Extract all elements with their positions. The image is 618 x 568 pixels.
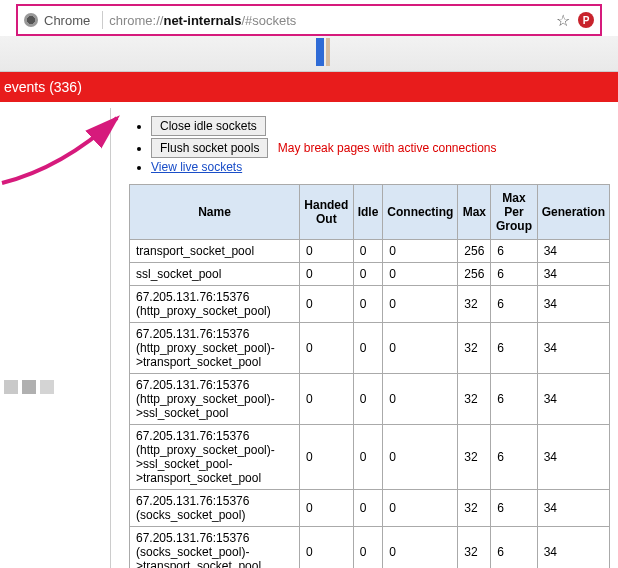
table-row: 67.205.131.76:15376 (http_proxy_socket_p… (130, 286, 610, 323)
value-cell: 32 (458, 527, 491, 569)
main-content: Close idle sockets Flush socket pools Ma… (110, 108, 610, 568)
value-cell: 0 (353, 490, 383, 527)
value-cell: 0 (300, 263, 354, 286)
close-idle-sockets-button[interactable]: Close idle sockets (151, 116, 266, 136)
value-cell: 32 (458, 323, 491, 374)
bookmark-star-icon[interactable]: ☆ (556, 11, 570, 30)
value-cell: 32 (458, 425, 491, 490)
action-list: Close idle sockets Flush socket pools Ma… (129, 116, 610, 174)
value-cell: 6 (491, 263, 537, 286)
name-cell: 67.205.131.76:15376 (http_proxy_socket_p… (130, 323, 300, 374)
flush-warning: May break pages with active connections (278, 141, 497, 155)
value-cell: 0 (353, 323, 383, 374)
value-cell: 32 (458, 286, 491, 323)
table-row: transport_socket_pool000256634 (130, 240, 610, 263)
column-header: Max (458, 185, 491, 240)
chrome-icon (24, 13, 38, 27)
toolbar-marker (326, 38, 330, 66)
events-tab[interactable]: events (336) (4, 79, 82, 95)
url-scheme: chrome:// (109, 13, 163, 28)
value-cell: 0 (300, 374, 354, 425)
socket-pools-table: NameHanded OutIdleConnectingMaxMax Per G… (129, 184, 610, 568)
value-cell: 0 (300, 490, 354, 527)
value-cell: 256 (458, 263, 491, 286)
value-cell: 0 (353, 527, 383, 569)
value-cell: 0 (353, 240, 383, 263)
name-cell: 67.205.131.76:15376 (socks_socket_pool) (130, 490, 300, 527)
name-cell: transport_socket_pool (130, 240, 300, 263)
value-cell: 0 (383, 374, 458, 425)
value-cell: 0 (300, 323, 354, 374)
table-row: ssl_socket_pool000256634 (130, 263, 610, 286)
value-cell: 0 (353, 374, 383, 425)
decorative-blocks (4, 380, 54, 394)
value-cell: 0 (353, 286, 383, 323)
name-cell: 67.205.131.76:15376 (http_proxy_socket_p… (130, 286, 300, 323)
value-cell: 6 (491, 374, 537, 425)
value-cell: 0 (353, 425, 383, 490)
value-cell: 6 (491, 425, 537, 490)
column-header: Name (130, 185, 300, 240)
table-row: 67.205.131.76:15376 (socks_socket_pool)0… (130, 490, 610, 527)
name-cell: 67.205.131.76:15376 (http_proxy_socket_p… (130, 374, 300, 425)
table-row: 67.205.131.76:15376 (http_proxy_socket_p… (130, 374, 610, 425)
value-cell: 6 (491, 240, 537, 263)
value-cell: 0 (383, 286, 458, 323)
value-cell: 0 (300, 240, 354, 263)
pinterest-icon[interactable]: P (578, 12, 594, 28)
value-cell: 0 (383, 263, 458, 286)
value-cell: 6 (491, 286, 537, 323)
value-cell: 0 (300, 286, 354, 323)
value-cell: 0 (383, 425, 458, 490)
list-item: View live sockets (151, 160, 610, 174)
value-cell: 32 (458, 490, 491, 527)
divider (102, 11, 103, 29)
value-cell: 34 (537, 240, 609, 263)
address-bar[interactable]: Chrome chrome://net-internals/#sockets ☆… (16, 4, 602, 36)
flush-socket-pools-button[interactable]: Flush socket pools (151, 138, 268, 158)
value-cell: 6 (491, 527, 537, 569)
list-item: Close idle sockets (151, 116, 610, 136)
value-cell: 0 (383, 527, 458, 569)
name-cell: 67.205.131.76:15376 (socks_socket_pool)-… (130, 527, 300, 569)
column-header: Max Per Group (491, 185, 537, 240)
value-cell: 0 (300, 527, 354, 569)
value-cell: 256 (458, 240, 491, 263)
value-cell: 0 (300, 425, 354, 490)
value-cell: 6 (491, 490, 537, 527)
column-header: Generation (537, 185, 609, 240)
value-cell: 34 (537, 490, 609, 527)
value-cell: 34 (537, 527, 609, 569)
value-cell: 0 (383, 490, 458, 527)
toolbar (0, 36, 618, 72)
site-label: Chrome (44, 13, 90, 28)
value-cell: 32 (458, 374, 491, 425)
table-row: 67.205.131.76:15376 (http_proxy_socket_p… (130, 425, 610, 490)
value-cell: 34 (537, 323, 609, 374)
column-header: Handed Out (300, 185, 354, 240)
url-path: /#sockets (241, 13, 296, 28)
value-cell: 34 (537, 263, 609, 286)
view-live-sockets-link[interactable]: View live sockets (151, 160, 242, 174)
url-host: net-internals (163, 13, 241, 28)
toolbar-marker (316, 38, 324, 66)
value-cell: 6 (491, 323, 537, 374)
value-cell: 0 (383, 240, 458, 263)
value-cell: 34 (537, 286, 609, 323)
list-item: Flush socket pools May break pages with … (151, 138, 610, 158)
table-row: 67.205.131.76:15376 (http_proxy_socket_p… (130, 323, 610, 374)
value-cell: 34 (537, 425, 609, 490)
column-header: Connecting (383, 185, 458, 240)
table-row: 67.205.131.76:15376 (socks_socket_pool)-… (130, 527, 610, 569)
value-cell: 34 (537, 374, 609, 425)
name-cell: ssl_socket_pool (130, 263, 300, 286)
value-cell: 0 (353, 263, 383, 286)
column-header: Idle (353, 185, 383, 240)
url-text[interactable]: chrome://net-internals/#sockets (109, 13, 548, 28)
section-header: events (336) (0, 72, 618, 102)
value-cell: 0 (383, 323, 458, 374)
name-cell: 67.205.131.76:15376 (http_proxy_socket_p… (130, 425, 300, 490)
